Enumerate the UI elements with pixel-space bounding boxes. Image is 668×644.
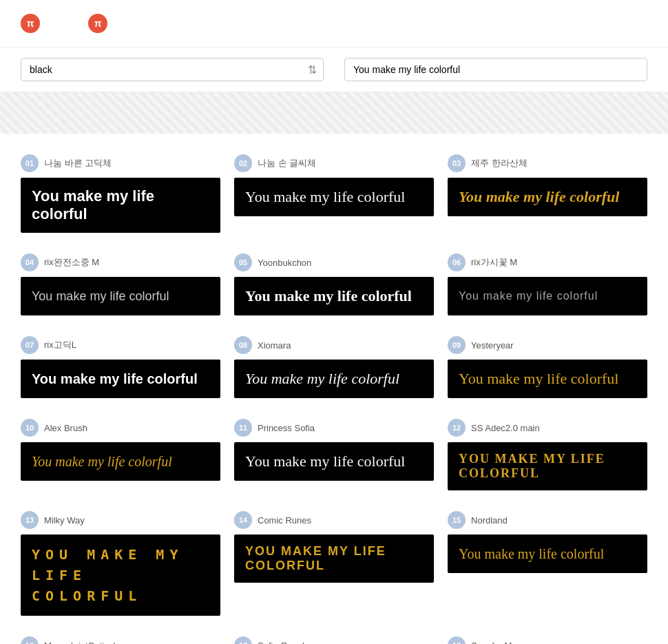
font-item: 17 Sofia-Regular You make my life colorf… <box>234 636 434 644</box>
font-label: 15 Nordland <box>448 511 647 529</box>
font-number: 17 <box>234 636 252 644</box>
font-name: rix완전소중 M <box>44 256 99 269</box>
preview-section-header: π <box>88 14 124 33</box>
font-preview-box[interactable]: You make my life colorful <box>21 360 220 398</box>
font-label: 11 Princess Sofia <box>234 419 434 437</box>
font-name: 나눔 바른 고딕체 <box>44 157 112 169</box>
font-number: 02 <box>234 154 252 172</box>
font-number: 12 <box>448 419 466 437</box>
font-number: 18 <box>448 636 466 644</box>
font-label: 02 나눔 손 글씨체 <box>234 154 434 172</box>
font-preview-box[interactable]: YOU MAKE MY LIFE COLORFUL <box>21 534 220 616</box>
font-number: 13 <box>21 511 39 529</box>
font-preview-box[interactable]: You make my life colorful <box>234 442 434 481</box>
font-preview-box[interactable]: You make my life colorful <box>21 178 220 233</box>
font-label: 12 SS Adec2.0 main <box>448 419 647 437</box>
font-preview-text: You make my life colorful <box>32 371 198 387</box>
font-preview-box[interactable]: YOU MAKE MY LIFE COLORFUL <box>448 442 647 490</box>
font-name: Xiomara <box>258 340 291 351</box>
divider <box>0 92 668 134</box>
font-name: Alex Brush <box>44 423 87 433</box>
font-item: 14 Comic Runes YOU MAKE MY LIFE COLORFUL <box>234 511 434 616</box>
font-name: SS Adec2.0 main <box>471 423 540 433</box>
font-number: 14 <box>234 511 252 529</box>
font-label: 04 rix완전소중 M <box>21 253 220 271</box>
font-number: 04 <box>21 253 39 271</box>
font-preview-box[interactable]: You make my life colorful <box>234 178 434 216</box>
pi-icon-right: π <box>88 14 107 33</box>
color-select-wrapper: black white gold silver ⇅ <box>21 58 324 81</box>
font-number: 15 <box>448 511 466 529</box>
font-name: SanafonMaru <box>471 641 525 645</box>
font-preview-box[interactable]: You make my life colorful <box>448 360 647 398</box>
font-name: 나눔 손 글씨체 <box>258 157 316 169</box>
font-number: 10 <box>21 419 39 437</box>
font-label: 18 SanafonMaru <box>448 636 647 644</box>
font-label: 06 rix가시꽃 M <box>448 253 647 271</box>
font-preview-text: YOU MAKE MY LIFE COLORFUL <box>245 544 423 573</box>
font-item: 02 나눔 손 글씨체 You make my life colorful <box>234 154 434 233</box>
font-name: rix고딕L <box>44 339 76 351</box>
font-label: 03 제주 한라산체 <box>448 154 647 172</box>
color-select[interactable]: black white gold silver <box>21 58 324 81</box>
font-name: Nordland <box>471 515 508 526</box>
header: π π <box>0 0 668 48</box>
font-preview-text: You make my life colorful <box>245 287 412 305</box>
font-number: 08 <box>234 336 252 354</box>
font-preview-box[interactable]: You make my life colorful <box>234 360 434 398</box>
font-name: ManuskriptGotisch <box>44 641 118 645</box>
font-preview-box[interactable]: You make my life colorful <box>448 534 647 573</box>
font-item: 16 ManuskriptGotisch You make my life co… <box>21 636 220 644</box>
font-label: 08 Xiomara <box>234 336 434 354</box>
font-item: 15 Nordland You make my life colorful <box>448 511 647 616</box>
font-preview-box[interactable]: You make my life colorful <box>21 277 220 315</box>
font-preview-text: You make my life colorful <box>459 188 619 206</box>
font-item: 10 Alex Brush You make my life colorful <box>21 419 220 490</box>
font-name: Milky Way <box>44 515 85 526</box>
color-section-header: π <box>21 14 47 33</box>
font-preview-text: You make my life colorful <box>459 370 618 388</box>
font-item: 07 rix고딕L You make my life colorful <box>21 336 220 398</box>
font-preview-box[interactable]: You make my life colorful <box>234 277 434 315</box>
preview-input[interactable] <box>344 58 647 81</box>
font-preview-text: You make my life colorful <box>32 454 172 470</box>
font-preview-text: You make my life colorful <box>459 546 604 562</box>
font-item: 09 Yesteryear You make my life colorful <box>448 336 647 398</box>
font-label: 17 Sofia-Regular <box>234 636 434 644</box>
pi-icon-left: π <box>21 14 40 33</box>
font-number: 11 <box>234 419 252 437</box>
font-name: Yesteryear <box>471 340 514 351</box>
font-preview-text: You make my life colorful <box>245 188 405 206</box>
font-number: 16 <box>21 636 39 644</box>
font-preview-text: You make my life colorful <box>32 289 169 304</box>
font-number: 09 <box>448 336 466 354</box>
font-number: 03 <box>448 154 466 172</box>
font-name: Princess Sofia <box>258 423 315 433</box>
font-item: 05 Yoonbukchon You make my life colorful <box>234 253 434 315</box>
controls-bar: black white gold silver ⇅ <box>0 48 668 92</box>
font-label: 14 Comic Runes <box>234 511 434 529</box>
font-label: 09 Yesteryear <box>448 336 647 354</box>
font-name: 제주 한라산체 <box>471 157 528 169</box>
font-preview-box[interactable]: You make my life colorful <box>448 178 647 216</box>
font-preview-text: You make my life colorful <box>245 453 405 470</box>
font-name: Comic Runes <box>258 515 311 526</box>
font-item: 06 rix가시꽃 M You make my life colorful <box>448 253 647 315</box>
color-control: black white gold silver ⇅ <box>21 58 324 81</box>
font-label: 01 나눔 바른 고딕체 <box>21 154 220 172</box>
font-preview-box[interactable]: You make my life colorful <box>21 442 220 481</box>
font-item: 11 Princess Sofia You make my life color… <box>234 419 434 490</box>
font-preview-box[interactable]: YOU MAKE MY LIFE COLORFUL <box>234 534 434 583</box>
font-label: 05 Yoonbukchon <box>234 253 434 271</box>
font-preview-text: You make my life colorful <box>245 370 399 388</box>
font-preview-box[interactable]: You make my life colorful <box>448 277 647 315</box>
font-number: 07 <box>21 336 39 354</box>
font-item: 01 나눔 바른 고딕체 You make my life colorful <box>21 154 220 233</box>
font-preview-text: You make my life colorful <box>459 290 598 302</box>
font-label: 07 rix고딕L <box>21 336 220 354</box>
font-label: 10 Alex Brush <box>21 419 220 437</box>
font-number: 06 <box>448 253 466 271</box>
font-item: 13 Milky Way YOU MAKE MY LIFE COLORFUL <box>21 511 220 616</box>
font-grid: 01 나눔 바른 고딕체 You make my life colorful 0… <box>0 134 668 644</box>
font-item: 04 rix완전소중 M You make my life colorful <box>21 253 220 315</box>
